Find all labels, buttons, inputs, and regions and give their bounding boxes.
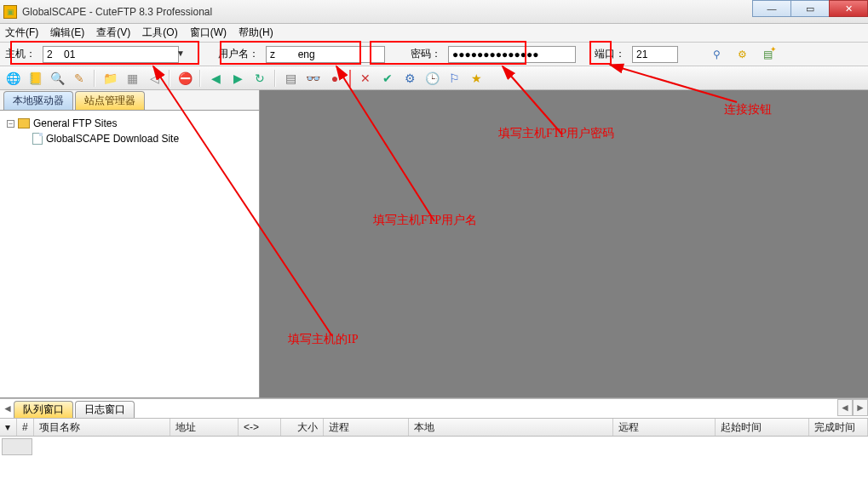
gear-icon[interactable]: ⚙ (400, 69, 419, 88)
main-toolbar: 🌐 📒 🔍 ✎ 📁 ▦ ◁ ⛔ ◀ ▶ ↻ ▤ 👓 ● ✕ ✔ ⚙ 🕒 ⚐ ★ (0, 66, 868, 90)
col-dir[interactable]: <-> (239, 419, 281, 436)
folder-icon (18, 118, 30, 128)
maximize-button[interactable]: ▭ (790, 0, 830, 17)
annotation-connect: 连接按钮 (724, 102, 772, 117)
dot-icon[interactable]: ● (325, 69, 344, 88)
connection-bar: 主机： ▼ 用户名： 密码： 端口： ⚲ ⚙ ▤✦ (0, 43, 868, 66)
cancel-icon[interactable]: ✕ (356, 69, 375, 88)
world-icon[interactable]: 🌐 (3, 69, 22, 88)
col-name[interactable]: 项目名称 (34, 419, 170, 436)
tab-next-icon[interactable]: ► (853, 399, 868, 416)
col-remote[interactable]: 远程 (613, 419, 716, 436)
table-icon[interactable]: ▤ (281, 69, 300, 88)
stop-icon[interactable]: ⛔ (175, 69, 194, 88)
password-input[interactable] (448, 46, 576, 63)
tab-scroll-left-icon[interactable]: ◄ (2, 399, 14, 418)
tab-local-drives[interactable]: 本地驱动器 (3, 91, 73, 110)
app-icon: ▣ (3, 5, 17, 19)
tab-site-manager[interactable]: 站点管理器 (75, 91, 145, 110)
col-start[interactable]: 起始时间 (716, 419, 809, 436)
clock-icon[interactable]: 🕒 (423, 69, 441, 88)
host-label: 主机： (5, 47, 36, 61)
col-flag[interactable]: ▾ (0, 419, 17, 436)
layout-icon[interactable]: ▦ (123, 69, 141, 88)
tree-root[interactable]: − General FTP Sites (3, 116, 256, 131)
connect-button[interactable]: ⚲ (707, 45, 726, 64)
user-label: 用户名： (218, 47, 259, 61)
star-icon[interactable]: ★ (467, 69, 486, 88)
new-site-button[interactable]: ▤✦ (758, 45, 777, 64)
close-button[interactable]: ✕ (829, 0, 868, 17)
grid-corner (2, 438, 32, 455)
title-bar: ▣ GlobalSCAPE - CuteFTP 8.3 Professional… (0, 0, 868, 24)
tree-root-label: General FTP Sites (33, 117, 117, 129)
col-addr[interactable]: 地址 (170, 419, 239, 436)
binoculars-icon[interactable]: 👓 (303, 69, 322, 88)
tree-item-label: GlobalSCAPE Download Site (46, 133, 179, 145)
col-size[interactable]: 大小 (281, 419, 324, 436)
col-end[interactable]: 完成时间 (809, 419, 868, 436)
password-label: 密码： (411, 47, 441, 61)
check-icon[interactable]: ✔ (378, 69, 397, 88)
queue-header: ▾ # 项目名称 地址 <-> 大小 进程 本地 远程 起始时间 完成时间 (0, 418, 868, 437)
site-tree[interactable]: − General FTP Sites GlobalSCAPE Download… (0, 111, 259, 397)
col-local[interactable]: 本地 (409, 419, 613, 436)
left-tabstrip: 本地驱动器 站点管理器 (0, 90, 259, 111)
arrow-right-icon[interactable]: ▶ (228, 69, 247, 88)
host-input[interactable] (43, 46, 179, 63)
menu-bar: 文件(F) 编辑(E) 查看(V) 工具(O) 窗口(W) 帮助(H) (0, 24, 868, 43)
menu-edit[interactable]: 编辑(E) (50, 26, 84, 40)
tab-queue[interactable]: 队列窗口 (14, 401, 73, 418)
bottom-pane: ◄ 队列窗口 日志窗口 ◄ ► ▾ # 项目名称 地址 <-> 大小 进程 本地… (0, 398, 868, 491)
menu-view[interactable]: 查看(V) (96, 26, 130, 40)
book-icon[interactable]: 📒 (26, 69, 44, 88)
col-num[interactable]: # (17, 419, 34, 436)
folder-icon[interactable]: 📁 (101, 69, 119, 88)
tab-log[interactable]: 日志窗口 (75, 401, 135, 418)
menu-help[interactable]: 帮助(H) (239, 26, 273, 40)
port-label: 端口： (595, 47, 625, 61)
tree-item[interactable]: GlobalSCAPE Download Site (3, 131, 256, 146)
tab-prev-icon[interactable]: ◄ (837, 399, 853, 416)
wand-icon[interactable]: ✎ (70, 69, 89, 88)
menu-file[interactable]: 文件(F) (5, 26, 38, 40)
username-input[interactable] (266, 46, 385, 63)
annotation-ip: 填写主机的IP (288, 332, 358, 347)
minimize-button[interactable]: — (752, 0, 791, 17)
port-input[interactable] (632, 46, 678, 63)
back-icon[interactable]: ◁ (145, 69, 164, 88)
left-pane: 本地驱动器 站点管理器 − General FTP Sites GlobalSC… (0, 90, 260, 397)
refresh-icon[interactable]: ↻ (250, 69, 269, 88)
annotation-pass: 填写主机FTP用户密码 (498, 126, 614, 141)
menu-window[interactable]: 窗口(W) (190, 26, 227, 40)
col-proc[interactable]: 进程 (324, 419, 409, 436)
flag-icon[interactable]: ⚐ (445, 69, 463, 88)
search-icon[interactable]: 🔍 (48, 69, 66, 88)
queue-body[interactable] (0, 437, 868, 491)
site-icon (32, 133, 43, 145)
annotation-user: 填写主机FTP用户名 (373, 213, 477, 228)
window-title: GlobalSCAPE - CuteFTP 8.3 Professional (22, 6, 212, 18)
settings-button[interactable]: ⚙ (733, 45, 751, 64)
collapse-icon[interactable]: − (7, 120, 14, 128)
arrow-left-icon[interactable]: ◀ (206, 69, 225, 88)
menu-tools[interactable]: 工具(O) (142, 26, 177, 40)
